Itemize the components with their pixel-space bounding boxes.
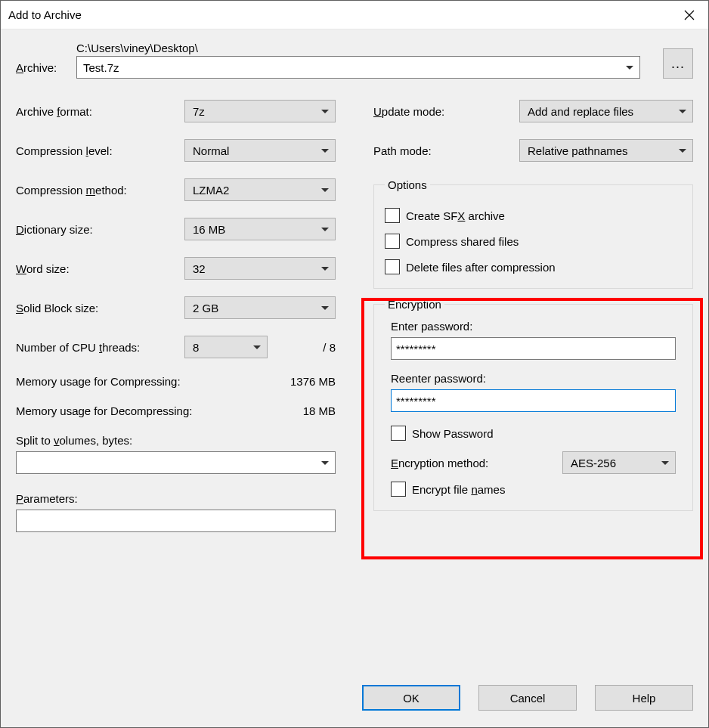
row-solid: Solid Block size: 2 GB [16, 296, 336, 319]
params-input[interactable] [16, 510, 336, 532]
path-select[interactable]: Relative pathnames [519, 139, 693, 162]
chevron-down-icon [321, 188, 329, 192]
chevron-down-icon [626, 66, 633, 70]
options-legend: Options [385, 178, 430, 191]
row-method: Compression method: LZMA2 [16, 178, 336, 201]
dict-select[interactable]: 16 MB [184, 218, 336, 240]
browse-button[interactable]: ... [663, 48, 693, 79]
word-value: 32 [193, 262, 206, 275]
update-label: Update mode: [373, 105, 519, 118]
mem-decomp-value: 18 MB [303, 404, 336, 417]
delete-checkbox[interactable] [385, 259, 400, 274]
word-label: Word size: [16, 262, 184, 275]
encryption-legend: Encryption [385, 298, 444, 311]
solid-label: Solid Block size: [16, 302, 184, 314]
solid-select[interactable]: 2 GB [184, 296, 336, 319]
dict-label: Dictionary size: [16, 223, 184, 236]
encryption-group: Encryption Enter password: Reenter passw… [373, 298, 693, 511]
help-button[interactable]: Help [595, 685, 693, 711]
archive-filename-input[interactable]: Test.7z [76, 56, 640, 79]
row-params: Parameters: [16, 492, 336, 532]
enc-method-label: Encryption method: [391, 457, 488, 469]
row-mem-decompress: Memory usage for Decompressing: 18 MB [16, 404, 336, 417]
dialog-content: Archive: C:\Users\viney\Desktop\ Test.7z… [1, 29, 708, 674]
password-input[interactable] [391, 337, 676, 360]
row-enc-names: Encrypt file names [391, 482, 676, 497]
mem-comp-label: Memory usage for Compressing: [16, 375, 181, 388]
titlebar: Add to Archive [1, 1, 708, 29]
row-show-pwd: Show Password [391, 426, 676, 441]
right-column: Update mode: Add and replace files Path … [373, 100, 693, 532]
update-select[interactable]: Add and replace files [519, 100, 693, 122]
chevron-down-icon [321, 228, 329, 231]
delete-label: Delete files after compression [406, 261, 556, 274]
shared-checkbox[interactable] [385, 234, 400, 249]
row-sfx: Create SFX archive [385, 208, 682, 223]
method-label: Compression method: [16, 184, 184, 197]
level-value: Normal [193, 144, 229, 157]
options-group: Options Create SFX archive Compress shar… [373, 178, 693, 289]
close-button[interactable] [670, 1, 708, 29]
archive-directory: C:\Users\viney\Desktop\ [76, 42, 640, 54]
row-split: Split to volumes, bytes: [16, 434, 336, 474]
chevron-down-icon [253, 345, 261, 349]
level-select[interactable]: Normal [184, 139, 336, 162]
ok-label: OK [403, 692, 420, 705]
path-value: Relative pathnames [528, 144, 628, 157]
row-enc-method: Encryption method: AES-256 [391, 451, 676, 474]
chevron-down-icon [679, 149, 686, 153]
threads-label: Number of CPU threads: [16, 341, 184, 354]
method-value: LZMA2 [193, 184, 229, 197]
threads-total: / 8 [268, 341, 336, 354]
dialog-window: Add to Archive Archive: C:\Users\viney\D… [0, 0, 709, 728]
ok-button[interactable]: OK [362, 685, 460, 711]
threads-select[interactable]: 8 [184, 336, 268, 358]
row-dictionary: Dictionary size: 16 MB [16, 218, 336, 240]
pwd1-label: Enter password: [391, 320, 676, 333]
shared-label: Compress shared files [406, 235, 519, 248]
left-column: Archive format: 7z Compression level: No… [16, 100, 336, 532]
split-label: Split to volumes, bytes: [16, 434, 336, 447]
window-title: Add to Archive [8, 8, 82, 21]
dict-value: 16 MB [193, 223, 225, 236]
encrypt-names-checkbox[interactable] [391, 482, 406, 497]
pwd2-label: Reenter password: [391, 372, 676, 385]
chevron-down-icon [321, 306, 329, 310]
format-value: 7z [193, 105, 205, 118]
show-password-label: Show Password [412, 427, 494, 440]
show-password-checkbox[interactable] [391, 426, 406, 441]
chevron-down-icon [321, 149, 329, 153]
enc-method-value: AES-256 [571, 457, 616, 469]
cancel-button[interactable]: Cancel [478, 685, 577, 711]
chevron-down-icon [679, 110, 686, 113]
enc-method-select[interactable]: AES-256 [562, 451, 676, 474]
sfx-checkbox[interactable] [385, 208, 400, 223]
row-update: Update mode: Add and replace files [373, 100, 693, 122]
close-icon [684, 10, 695, 20]
chevron-down-icon [661, 461, 669, 465]
reenter-password-input[interactable] [391, 389, 676, 412]
update-value: Add and replace files [528, 105, 633, 118]
archive-filename-value: Test.7z [83, 61, 119, 74]
row-level: Compression level: Normal [16, 139, 336, 162]
sfx-label: Create SFX archive [406, 209, 505, 222]
chevron-down-icon [321, 110, 329, 113]
help-label: Help [633, 692, 656, 705]
dialog-footer: OK Cancel Help [1, 674, 708, 727]
encrypt-names-label: Encrypt file names [412, 483, 505, 496]
format-label: Archive format: [16, 105, 184, 118]
row-threads: Number of CPU threads: 8 / 8 [16, 336, 336, 358]
path-label: Path mode: [373, 144, 519, 157]
format-select[interactable]: 7z [184, 100, 336, 122]
mem-decomp-label: Memory usage for Decompressing: [16, 404, 192, 417]
row-path: Path mode: Relative pathnames [373, 139, 693, 162]
params-label: Parameters: [16, 492, 336, 505]
method-select[interactable]: LZMA2 [184, 178, 336, 201]
split-select[interactable] [16, 451, 336, 474]
row-delete: Delete files after compression [385, 259, 682, 274]
archive-label: Archive: [16, 61, 76, 79]
word-select[interactable]: 32 [184, 257, 336, 280]
mem-comp-value: 1376 MB [290, 375, 336, 388]
archive-row: Archive: C:\Users\viney\Desktop\ Test.7z… [16, 42, 693, 79]
chevron-down-icon [321, 461, 329, 465]
